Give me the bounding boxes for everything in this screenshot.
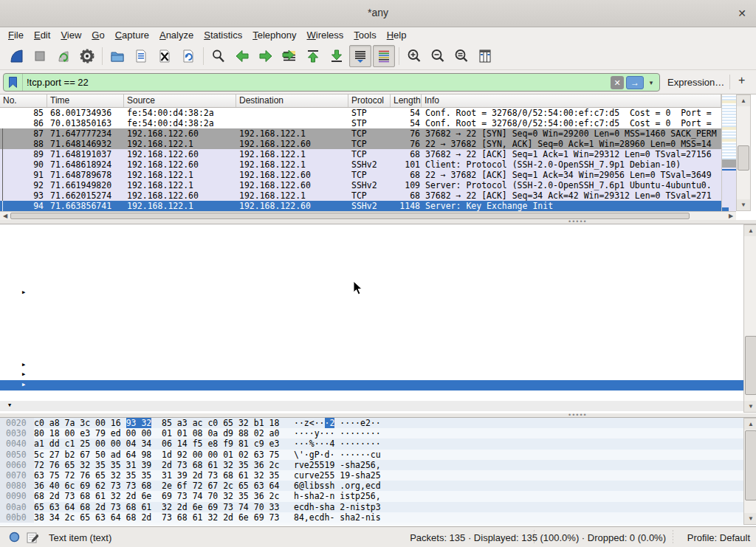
capture-comment-icon[interactable] <box>27 531 38 546</box>
packet-list-hscrollbar[interactable]: ◀ ▶ <box>0 211 736 220</box>
detail-line[interactable]: [Calculated window size: 29056] <box>0 309 743 319</box>
apply-filter-icon[interactable]: → <box>626 76 644 89</box>
detail-line[interactable]: [TCP Segment Len: 1080] <box>0 237 743 247</box>
scroll-up-icon[interactable]: ▲ <box>744 225 756 236</box>
bookmark-icon[interactable] <box>4 74 23 91</box>
close-icon[interactable]: ✕ <box>735 7 749 20</box>
packet-row[interactable]: 9071.648618924192.168.122.60192.168.122.… <box>0 159 721 170</box>
column-header[interactable]: Destination <box>236 94 348 107</box>
expand-arrow-icon[interactable]: ▶ <box>20 288 27 298</box>
clear-filter-icon[interactable]: ✕ <box>611 76 624 89</box>
filter-dropdown-caret-icon[interactable]: ▾ <box>646 79 656 86</box>
detail-line[interactable]: [Window size scaling factor: 128] <box>0 319 743 329</box>
scroll-right-icon[interactable]: ▶ <box>726 212 736 220</box>
capture-options-gear-icon[interactable] <box>76 45 98 67</box>
zoom-in-icon[interactable] <box>403 45 425 67</box>
hex-row[interactable]: 006072 76 65 32 35 35 31 39 2d 73 68 61 … <box>0 460 756 470</box>
go-back-icon[interactable] <box>231 45 253 67</box>
column-header[interactable]: Time <box>47 94 124 107</box>
column-header[interactable]: Info <box>422 94 721 107</box>
filter-text[interactable]: !tcp.port == 22 <box>23 77 611 88</box>
packet-list-header[interactable]: No.TimeSourceDestinationProtocolLengthIn… <box>0 94 721 108</box>
packet-row[interactable]: 9371.662015274192.168.122.60192.168.122.… <box>0 190 721 201</box>
detail-line[interactable]: Checksum: 0x79ed [unverified] <box>0 329 743 340</box>
expert-info-icon[interactable] <box>9 531 20 545</box>
hex-row[interactable]: 0020c0 a8 7a 3c 00 16 93 32 85 a3 ac c0 … <box>0 418 756 428</box>
packet-row[interactable]: 9471.663856741192.168.122.1192.168.122.6… <box>0 201 721 211</box>
column-header[interactable]: Source <box>124 94 236 107</box>
detail-line[interactable]: ▼SSH Protocol <box>0 401 743 411</box>
go-first-icon[interactable] <box>302 45 324 67</box>
close-file-icon[interactable] <box>154 45 176 67</box>
packet-row[interactable]: 8568.001734936fe:54:00:d4:38:2aSTP54Conf… <box>0 108 721 118</box>
resize-columns-icon[interactable] <box>474 45 496 67</box>
detail-line[interactable]: TCP payload (1080 bytes) <box>0 391 743 401</box>
packet-list-minimap[interactable] <box>721 94 736 211</box>
detail-line[interactable]: ▶[Timestamps] <box>0 380 743 391</box>
add-filter-button[interactable]: + <box>738 74 745 87</box>
scroll-down-icon[interactable]: ▼ <box>744 513 756 524</box>
detail-line[interactable]: ▶Options: (12 bytes), No-Operation (NOP)… <box>0 360 743 371</box>
hex-row[interactable]: 00505c 27 b2 67 50 ad 64 98 1d 92 00 00 … <box>0 450 756 460</box>
details-vscrollbar[interactable]: ▲ ▼ <box>743 224 756 413</box>
menu-item[interactable]: Wireless <box>302 28 349 42</box>
status-profile[interactable]: Profile: Default <box>687 532 750 543</box>
expand-arrow-icon[interactable]: ▶ <box>20 370 27 380</box>
detail-line[interactable]: [Checksum Status: Unverified] <box>0 340 743 350</box>
open-file-folder-icon[interactable] <box>106 45 128 67</box>
save-file-icon[interactable] <box>130 45 152 67</box>
start-capture-fin-icon[interactable] <box>5 45 27 67</box>
packet-row[interactable]: 9171.648789678192.168.122.1192.168.122.6… <box>0 170 721 180</box>
menu-item[interactable]: Capture <box>110 28 154 42</box>
menu-item[interactable]: Analyze <box>154 28 199 42</box>
detail-line[interactable]: ▶[SEQ/ACK analysis] <box>0 370 743 380</box>
hex-row[interactable]: 008036 40 6c 69 62 73 73 68 2e 6f 72 67 … <box>0 481 756 491</box>
hex-vscrollbar[interactable]: ▲ ▼ <box>743 418 756 525</box>
packet-row[interactable]: 8670.013850163fe:54:00:d4:38:2aSTP54Conf… <box>0 118 721 128</box>
detail-line[interactable]: Urgent pointer: 0 <box>0 350 743 360</box>
scroll-up-icon[interactable]: ▲ <box>744 419 756 430</box>
menu-item[interactable]: Help <box>382 28 412 42</box>
detail-line[interactable]: [Next sequence number: 1122 (relative se… <box>0 258 743 268</box>
zoom-out-icon[interactable] <box>427 45 449 67</box>
menu-item[interactable]: File <box>3 28 29 42</box>
detail-line[interactable]: Acknowledgment number: 34 (relative ack … <box>0 268 743 278</box>
detail-line[interactable]: Window size value: 227 <box>0 298 743 309</box>
hex-row[interactable]: 00a065 63 64 68 2d 73 68 61 32 2d 6e 69 … <box>0 502 756 512</box>
packet-row[interactable]: 8971.648191037192.168.122.60192.168.122.… <box>0 149 721 159</box>
packet-row[interactable]: 8871.648146932192.168.122.1192.168.122.6… <box>0 139 721 149</box>
packet-row[interactable]: 8771.647777234192.168.122.60192.168.122.… <box>0 128 721 139</box>
menu-item[interactable]: Telephony <box>247 28 301 42</box>
expand-arrow-icon[interactable]: ▼ <box>6 401 13 411</box>
find-packet-icon[interactable] <box>207 45 230 67</box>
packet-row[interactable]: 9271.661949820192.168.122.1192.168.122.6… <box>0 180 721 190</box>
column-header[interactable]: No. <box>0 94 47 107</box>
expand-arrow-icon[interactable]: ▶ <box>20 380 27 391</box>
stop-capture-icon[interactable] <box>29 45 51 67</box>
menu-item[interactable]: Go <box>86 28 109 42</box>
scroll-down-icon[interactable]: ▼ <box>744 401 756 412</box>
column-header[interactable]: Protocol <box>348 94 391 107</box>
title-bar[interactable]: *any ✕ <box>0 0 756 27</box>
hex-row[interactable]: 00b038 34 2c 65 63 64 68 2d 73 68 61 32 … <box>0 512 756 523</box>
hex-row[interactable]: 003080 18 00 e3 79 ed 00 00 01 01 08 0a … <box>0 428 756 438</box>
auto-scroll-icon[interactable] <box>349 45 371 67</box>
menu-item[interactable]: Tools <box>348 28 381 42</box>
detail-line[interactable]: [Stream index: 0] <box>0 227 743 237</box>
packet-list-vscrollbar[interactable]: ▲ ▼ <box>736 94 751 211</box>
detail-line[interactable]: Sequence number: 42 (relative sequence n… <box>0 247 743 258</box>
scroll-up-icon[interactable]: ▲ <box>737 95 750 106</box>
column-header[interactable]: Length <box>391 94 422 107</box>
menu-item[interactable]: Statistics <box>199 28 247 42</box>
go-forward-icon[interactable] <box>255 45 277 67</box>
detail-line[interactable]: 1000 .... = Header Length: 32 bytes (8) <box>0 278 743 288</box>
detail-line[interactable]: ▶Flags: 0x018 (PSH, ACK) <box>0 288 743 298</box>
menu-item[interactable]: Edit <box>29 28 55 42</box>
colorize-icon[interactable] <box>373 45 395 67</box>
restart-capture-icon[interactable] <box>52 45 75 67</box>
scroll-down-icon[interactable]: ▼ <box>737 199 750 210</box>
expression-button[interactable]: Expression… <box>667 77 724 88</box>
zoom-original-icon[interactable] <box>450 45 472 67</box>
go-last-icon[interactable] <box>326 45 348 67</box>
hex-row[interactable]: 007063 75 72 76 65 32 35 35 31 39 2d 73 … <box>0 470 756 481</box>
